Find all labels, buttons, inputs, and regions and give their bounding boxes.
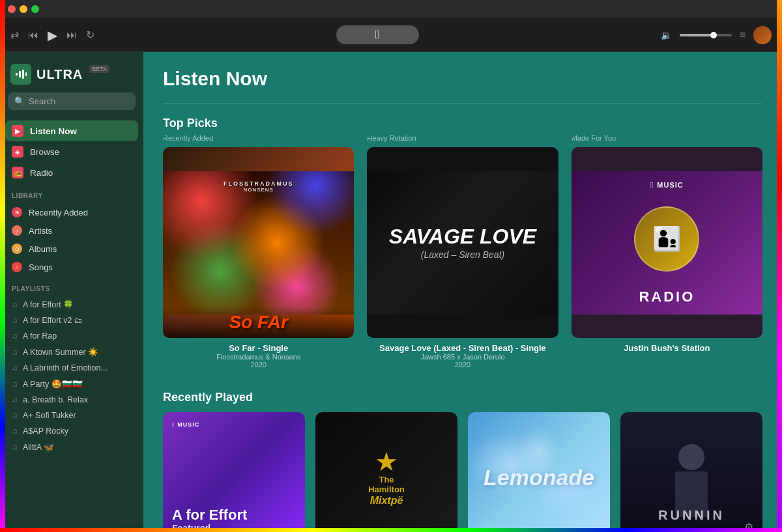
search-bar[interactable]: 🔍 Search — [8, 92, 136, 110]
svg-rect-2 — [22, 70, 24, 79]
pick-card-img-3:  MUSIC 👨‍👦 RADIO — [572, 147, 762, 338]
library-section-label: LIBRARY — [0, 183, 143, 203]
playlist-asap-rocky-label: A$AP Rocky — [23, 427, 68, 436]
playlist-icon-9: ♫ — [12, 427, 18, 436]
section-divider — [163, 103, 762, 104]
playlist-a-sofi-tukker-label: A+ Sofi Tukker — [23, 411, 76, 420]
playlist-a-sofi-tukker[interactable]: ♫ A+ Sofi Tukker — [0, 408, 143, 423]
playlist-a-party[interactable]: ♫ A Party 🤩🇧🇬🇧🇬 — [0, 376, 143, 392]
hamilton-hamilton-text: Hamilton — [368, 484, 405, 495]
silhouette-figure — [675, 444, 708, 517]
playlist-a-breath-label: a. Breath b. Relax — [23, 395, 88, 404]
recently-added-icon: ⊕ — [12, 207, 22, 217]
fullscreen-button[interactable] — [31, 5, 39, 13]
albums-icon: ⊙ — [12, 244, 22, 254]
playlist-icon-2: ♫ — [12, 316, 18, 325]
playlist-a-ktown-summer[interactable]: ♫ A Ktown Summer ☀️ — [0, 344, 143, 360]
playlist-asap-rocky[interactable]: ♫ A$AP Rocky — [0, 423, 143, 439]
avatar[interactable] — [753, 26, 772, 44]
played-card-hamilton[interactable]: ★ The Hamilton Mixtpë — [315, 412, 457, 532]
prev-button[interactable]: ⏮ — [28, 29, 38, 41]
pick-card-artist-2: Jawsh 685 x Jason Derulo — [367, 353, 558, 361]
playlist-a-breath[interactable]: ♫ a. Breath b. Relax — [0, 392, 143, 408]
search-icon: 🔍 — [14, 96, 25, 106]
top-picks-grid: Recently Added FLOSSTRADAMUS NONSENS So … — [163, 134, 762, 371]
pick-card-savage[interactable]: Heavy Rotation SAVAGE LOVE (Laxed – Sire… — [367, 134, 558, 371]
minimize-button[interactable] — [20, 5, 27, 13]
songs-icon: ♫ — [12, 262, 22, 272]
transport-bar: ⇄ ⏮ ▶ ⏭ ↻  🔉 ≡ — [0, 18, 782, 52]
played-card-runnin[interactable]: RUNNIN ⚙ — [620, 412, 762, 532]
pick-card-info-3: Justin Bush's Station — [572, 338, 762, 356]
playlist-a-for-effort[interactable]: ♫ A for Effort 🍀 — [0, 296, 143, 313]
volume-fill — [680, 34, 714, 36]
playlist-alltta[interactable]: ♫ AllttA 🦋 — [0, 439, 143, 455]
app-logo-icon — [10, 64, 31, 85]
sidebar-logo: ULTRA BETA — [0, 52, 143, 92]
savage-subtitle: (Laxed – Siren Beat) — [421, 249, 504, 260]
nav-browse[interactable]: ◈ Browse — [5, 141, 138, 162]
playlist-a-for-rap[interactable]: ♫ A for Rap — [0, 328, 143, 344]
play-button[interactable]: ▶ — [48, 27, 57, 43]
sofar-text-top: FLOSSTRADAMUS NONSENS — [163, 180, 354, 193]
app-name: ULTRA — [36, 67, 83, 82]
radio-art:  MUSIC 👨‍👦 RADIO — [572, 171, 762, 315]
sofar-label-2: NONSENS — [163, 187, 354, 193]
playlist-a-labrinth-label: A Labrinth of Emotion... — [23, 363, 108, 372]
library-songs[interactable]: ♫ Songs — [0, 258, 143, 276]
nav-radio[interactable]: 📻 Radio — [5, 162, 138, 183]
browse-icon: ◈ — [12, 146, 23, 158]
library-recently-added[interactable]: ⊕ Recently Added — [0, 203, 143, 221]
pick-card-info-2: Savage Love (Laxed - Siren Beat) - Singl… — [367, 338, 558, 371]
played-card-img-aeffort:  MUSIC A for Effort Featured — [163, 412, 305, 532]
shuffle-button[interactable]: ⇄ — [10, 29, 19, 41]
played-card-img-hamilton: ★ The Hamilton Mixtpë — [315, 412, 457, 532]
top-picks-header: Top Picks — [163, 117, 762, 130]
recently-played-grid:  MUSIC A for Effort Featured ★ The Hami… — [163, 412, 762, 532]
nav-radio-label: Radio — [30, 168, 53, 178]
lemonade-container: Lemonade — [468, 412, 610, 532]
pick-card-sofar[interactable]: Recently Added FLOSSTRADAMUS NONSENS So … — [163, 134, 354, 371]
pick-card-radio[interactable]: Made For You  MUSIC 👨‍👦 RADIO — [572, 134, 762, 371]
nav-listen-now[interactable]: ▶ Listen Now — [5, 120, 138, 141]
bottom-edge-decoration — [0, 528, 782, 532]
library-albums[interactable]: ⊙ Albums — [0, 240, 143, 258]
page-title: Listen Now — [163, 68, 762, 90]
playlist-a-for-effort-v2[interactable]: ♫ A for Effort v2 🗂 — [0, 313, 143, 328]
radio-photo: 👨‍👦 — [634, 206, 699, 272]
sofar-overlay: So FAr — [163, 307, 354, 338]
playlist-a-labrinth[interactable]: ♫ A Labrinth of Emotion... — [0, 360, 143, 376]
silhouette-head — [678, 444, 704, 470]
lemonade-overlay — [468, 412, 610, 532]
close-button[interactable] — [8, 5, 16, 13]
playlist-icon-6: ♫ — [12, 380, 18, 389]
next-button[interactable]: ⏭ — [66, 29, 77, 41]
pick-card-title-2: Savage Love (Laxed - Siren Beat) - Singl… — [367, 343, 558, 353]
sofar-art: FLOSSTRADAMUS NONSENS — [163, 171, 354, 315]
radio-photo-emoji: 👨‍👦 — [652, 225, 682, 253]
pick-card-year-1: 2020 — [163, 361, 354, 369]
library-recently-added-label: Recently Added — [29, 208, 88, 217]
volume-bar[interactable] — [680, 34, 732, 36]
recently-played-title: Recently Played — [163, 391, 762, 404]
aeffort-apple-label:  MUSIC — [172, 421, 199, 428]
playlists-section-label: PLAYLISTS — [0, 276, 143, 296]
volume-icon: 🔉 — [661, 30, 672, 40]
pick-sublabel-2: Heavy Rotation — [367, 134, 558, 142]
played-card-aeffort[interactable]:  MUSIC A for Effort Featured — [163, 412, 305, 532]
volume-thumb — [710, 32, 717, 38]
sidebar: ULTRA BETA 🔍 Search ▶ Listen Now ◈ Brows… — [0, 52, 143, 532]
repeat-button[interactable]: ↻ — [86, 29, 94, 41]
playlist-a-for-effort-v2-label: A for Effort v2 🗂 — [23, 316, 83, 325]
playlist-icon-8: ♫ — [12, 411, 18, 420]
pick-card-title-3: Justin Bush's Station — [572, 343, 762, 353]
menu-button[interactable]: ≡ — [740, 29, 746, 41]
played-card-lemonade[interactable]: Lemonade — [468, 412, 610, 532]
library-artists[interactable]: ♪ Artists — [0, 221, 143, 240]
transport-right: 🔉 ≡ — [661, 26, 772, 44]
playlist-alltta-label: AllttA 🦋 — [23, 442, 54, 452]
hamilton-inner: ★ The Hamilton Mixtpë — [368, 412, 405, 532]
playlist-a-party-label: A Party 🤩🇧🇬🇧🇬 — [23, 379, 83, 389]
pick-card-year-2: 2020 — [367, 361, 558, 369]
search-label: Search — [29, 96, 55, 106]
